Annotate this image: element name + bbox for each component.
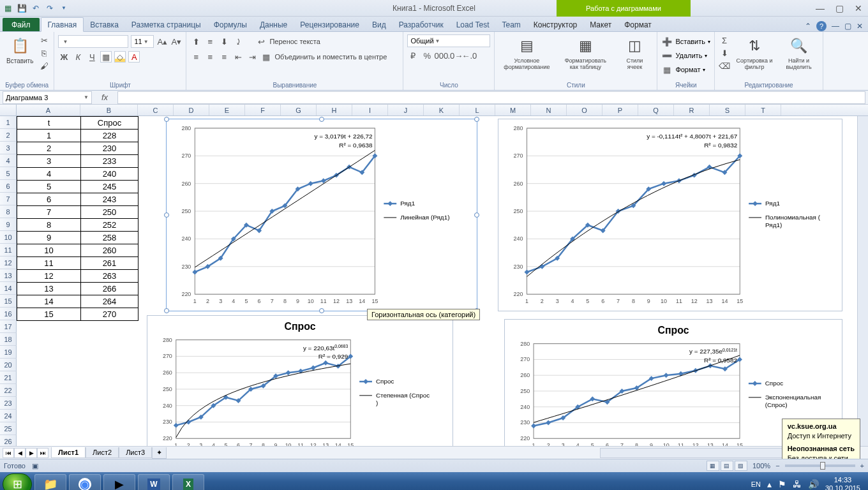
conditional-format-button[interactable]: ▤Условное форматирование (498, 34, 555, 71)
table-cell[interactable]: 243 (81, 193, 138, 206)
taskbar-excel[interactable]: X (172, 474, 204, 490)
table-cell[interactable]: 245 (81, 181, 138, 193)
column-header-J[interactable]: J (388, 105, 424, 115)
align-left-icon[interactable]: ≡ (190, 51, 202, 63)
redo-icon[interactable]: ↷ (45, 3, 55, 13)
tray-volume-icon[interactable]: 🔊 (808, 479, 819, 489)
fill-icon[interactable]: ⬇ (719, 47, 730, 59)
row-header-3[interactable]: 3 (0, 142, 17, 154)
table-cell[interactable]: 8 (17, 219, 81, 232)
tab-team[interactable]: Team (495, 18, 527, 31)
bold-button[interactable]: Ж (58, 51, 70, 63)
undo-icon[interactable]: ↶ (31, 3, 41, 13)
table-cell[interactable]: 250 (81, 206, 138, 219)
align-top-icon[interactable]: ⬆ (190, 36, 202, 47)
taskbar-media-player[interactable]: ▶ (103, 474, 135, 490)
row-header-9[interactable]: 9 (0, 218, 17, 231)
row-header-6[interactable]: 6 (0, 180, 17, 193)
row-header-17[interactable]: 17 (0, 320, 17, 333)
table-cell[interactable]: 233 (81, 155, 138, 168)
table-cell[interactable]: 6 (17, 193, 81, 206)
column-header-O[interactable]: O (567, 105, 602, 115)
sheet-tab-3[interactable]: Лист3 (119, 447, 152, 458)
comma-icon[interactable]: 000 (435, 50, 447, 61)
maximize-icon[interactable]: ▢ (832, 3, 846, 13)
column-header-C[interactable]: C (138, 105, 174, 115)
row-header-12[interactable]: 12 (0, 256, 17, 269)
row-header-8[interactable]: 8 (0, 205, 17, 218)
paste-button[interactable]: 📋 Вставить (4, 34, 36, 66)
table-cell[interactable]: 1 (17, 130, 81, 142)
clear-icon[interactable]: ⌫ (719, 60, 730, 71)
table-cell[interactable]: 228 (81, 130, 138, 142)
currency-icon[interactable]: ₽ (407, 50, 419, 61)
column-header-N[interactable]: N (531, 105, 567, 115)
tab-data[interactable]: Данные (253, 18, 294, 31)
row-header-5[interactable]: 5 (0, 167, 17, 180)
orientation-icon[interactable]: ⤸ (232, 36, 244, 47)
table-cell[interactable]: 252 (81, 219, 138, 232)
view-page-break-icon[interactable]: ▧ (735, 461, 747, 471)
percent-icon[interactable]: % (421, 50, 433, 61)
font-size-combo[interactable]: 11▼ (131, 35, 154, 48)
help-icon[interactable]: ? (816, 21, 827, 31)
table-cell[interactable]: 258 (81, 232, 138, 244)
delete-cells-button[interactable]: Удалить (675, 52, 702, 59)
column-header-M[interactable]: M (495, 105, 531, 115)
column-header-I[interactable]: I (352, 105, 388, 115)
select-all-corner[interactable] (0, 105, 17, 115)
column-header-E[interactable]: E (209, 105, 245, 115)
data-table[interactable]: tСпрос1228223032334240524562437250825292… (17, 116, 138, 321)
align-bottom-icon[interactable]: ⬇ (218, 36, 230, 47)
row-header-10[interactable]: 10 (0, 231, 17, 244)
sheet-tab-2[interactable]: Лист2 (86, 447, 119, 458)
table-header-cell[interactable]: t (17, 117, 81, 130)
zoom-level[interactable]: 100% (752, 462, 770, 470)
column-header-R[interactable]: R (674, 105, 710, 115)
column-header-L[interactable]: L (460, 105, 495, 115)
column-header-T[interactable]: T (745, 105, 781, 115)
cell-styles-button[interactable]: ◫Стили ячеек (616, 34, 653, 71)
fx-icon[interactable]: fx (101, 93, 108, 102)
row-header-1[interactable]: 1 (0, 116, 17, 129)
row-header-25[interactable]: 25 (0, 422, 17, 435)
zoom-in-button[interactable]: + (860, 462, 864, 470)
decrease-decimal-icon[interactable]: ←.0 (463, 50, 475, 61)
table-cell[interactable]: 5 (17, 181, 81, 193)
column-header-S[interactable]: S (710, 105, 745, 115)
tray-clock[interactable]: 14:33 30.10.2015 (825, 476, 860, 490)
table-cell[interactable]: 9 (17, 232, 81, 244)
taskbar-word[interactable]: W (138, 474, 170, 490)
row-header-18[interactable]: 18 (0, 333, 17, 346)
column-header-K[interactable]: K (424, 105, 460, 115)
row-header-2[interactable]: 2 (0, 129, 17, 142)
autosum-icon[interactable]: Σ (719, 34, 730, 46)
column-header-G[interactable]: G (281, 105, 317, 115)
tray-show-hidden-icon[interactable]: ▴ (767, 479, 772, 489)
macro-record-icon[interactable]: ▣ (32, 462, 38, 470)
table-cell[interactable]: 230 (81, 142, 138, 155)
tab-chart-layout[interactable]: Макет (583, 18, 618, 31)
tray-lang[interactable]: EN (751, 480, 761, 488)
row-header-19[interactable]: 19 (0, 346, 17, 359)
find-select-button[interactable]: 🔍Найти и выделить (779, 34, 819, 71)
number-format-combo[interactable]: Общий▼ (407, 34, 490, 47)
table-cell[interactable]: 4 (17, 168, 81, 181)
format-cells-button[interactable]: Формат (675, 66, 700, 73)
row-header-23[interactable]: 23 (0, 397, 17, 410)
cut-icon[interactable]: ✂ (38, 34, 50, 46)
tab-insert[interactable]: Вставка (84, 18, 125, 31)
view-page-layout-icon[interactable]: ▤ (721, 461, 733, 471)
qat-dropdown-icon[interactable]: ▼ (59, 3, 69, 13)
chart-linear-trend[interactable]: 2202302402502602702801234567891011121314… (166, 119, 477, 311)
name-box[interactable]: Диаграмма 3▼ (3, 91, 92, 104)
sheet-nav-first[interactable]: ⏮ (3, 448, 14, 458)
increase-decimal-icon[interactable]: .0→ (449, 50, 461, 61)
table-cell[interactable]: 264 (81, 295, 138, 308)
taskbar-explorer[interactable]: 📁 (34, 474, 66, 490)
formula-input[interactable] (117, 91, 865, 104)
fill-color-button[interactable]: ◇ (114, 51, 126, 63)
save-icon[interactable]: 💾 (17, 3, 27, 13)
sheet-tab-new[interactable]: ✦ (152, 447, 167, 459)
tab-review[interactable]: Рецензирование (294, 18, 366, 31)
